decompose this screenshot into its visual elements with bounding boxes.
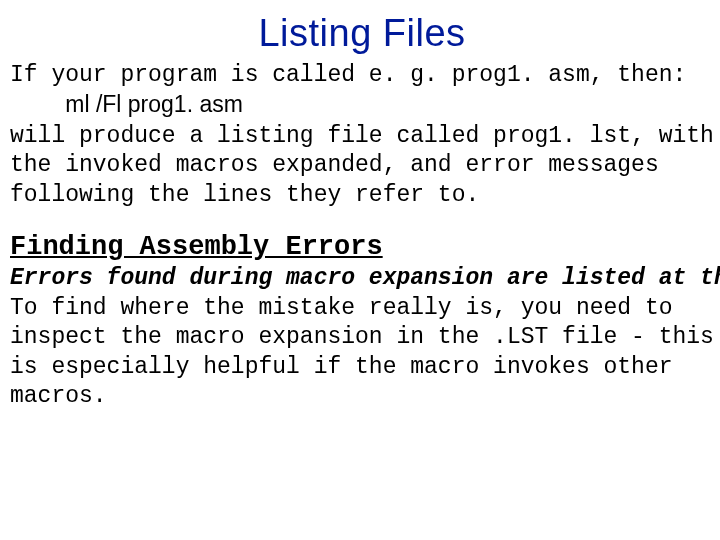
text-p1b: will produce a listing file called prog1…	[10, 123, 714, 208]
slide: Listing Files If your program is called …	[0, 0, 720, 411]
text-p2a: Errors found during macro expansion are …	[10, 265, 720, 291]
paragraph-finding: Errors found during macro expansion are …	[10, 264, 714, 411]
text-p2b: To find where the mistake really is, you…	[10, 295, 714, 409]
command-text: ml /Fl prog1. asm	[65, 91, 243, 117]
subheading-finding-errors: Finding Assembly Errors	[10, 232, 714, 262]
page-title: Listing Files	[10, 12, 714, 55]
text-p1a: If your program is called e. g. prog1. a…	[10, 62, 686, 88]
paragraph-listing: If your program is called e. g. prog1. a…	[10, 61, 714, 210]
